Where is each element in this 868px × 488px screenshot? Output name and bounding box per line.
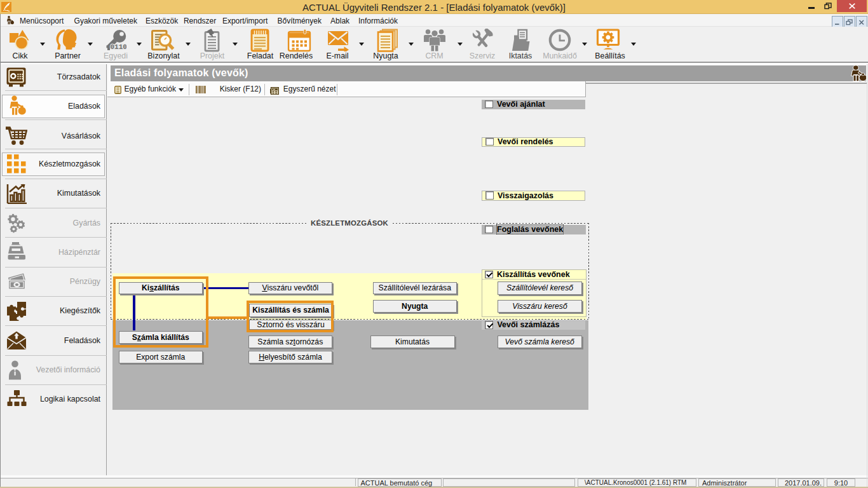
svg-text:0110: 0110: [111, 43, 127, 51]
